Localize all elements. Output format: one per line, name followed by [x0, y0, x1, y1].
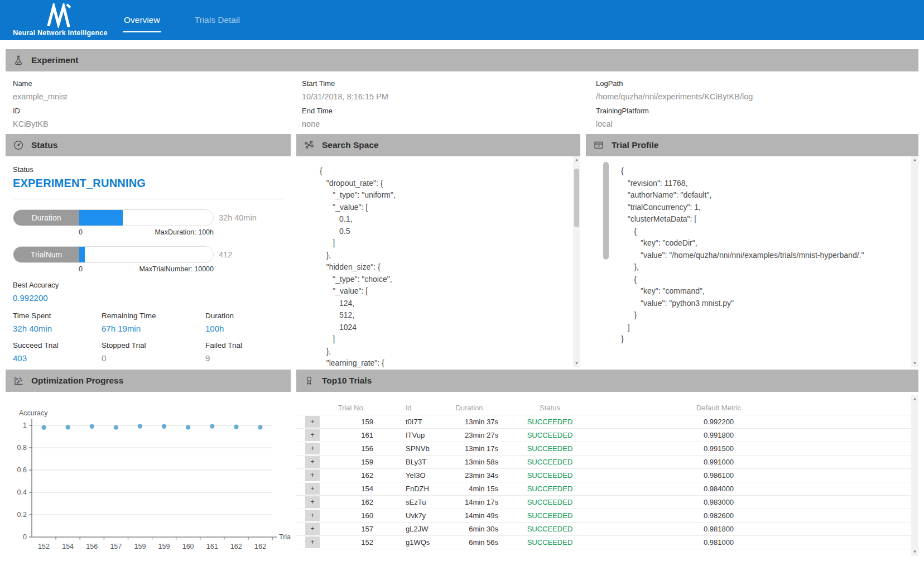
- search-space-body: { "dropout_rate": { "_type": "uniform", …: [296, 156, 580, 367]
- gauge-icon: [13, 140, 24, 151]
- cell-default-metric: 0.981000: [601, 538, 836, 547]
- top10-scrollbar[interactable]: ▲ ▼: [911, 395, 918, 556]
- col-id: Id: [373, 404, 440, 412]
- table-row: +159t0I7T13min 37sSUCCEEDED0.992200: [296, 415, 918, 429]
- cell-duration: 14min 49s: [440, 511, 498, 520]
- scroll-down-icon[interactable]: ▼: [913, 550, 917, 554]
- table-header-row: Trial No. Id Duration Status Default Met…: [296, 401, 918, 415]
- expand-row-button[interactable]: +: [305, 416, 320, 428]
- expand-row-button[interactable]: +: [305, 456, 320, 468]
- start-time-value: 10/31/2018, 8:16:15 PM: [302, 92, 596, 101]
- logpath-value: /home/quzha/nni/experiments/KCiBytKB/log: [596, 92, 924, 101]
- scroll-up-icon[interactable]: ▲: [575, 158, 579, 162]
- svg-text:162: 162: [230, 543, 242, 550]
- status-metric-label: Time Spent: [13, 312, 102, 320]
- duration-bar-label: Duration: [13, 210, 79, 226]
- status-metric: Succeed Trial403: [13, 341, 102, 363]
- end-time-label: End Time: [302, 107, 596, 115]
- search-space-json: { "dropout_rate": { "_type": "uniform", …: [296, 156, 580, 367]
- expand-row-button[interactable]: +: [305, 469, 320, 481]
- svg-text:0: 0: [23, 533, 27, 541]
- expander-cell: +: [296, 456, 330, 468]
- expand-row-button[interactable]: +: [305, 483, 320, 495]
- status-divider: [13, 199, 283, 199]
- svg-text:157: 157: [110, 543, 122, 550]
- start-time-label: Start Time: [302, 79, 596, 88]
- nav-tabs: Overview Trials Detail: [123, 0, 241, 40]
- best-accuracy-label: Best Accuracy: [13, 281, 283, 289]
- svg-text:154: 154: [62, 543, 74, 550]
- table-row: +157gL2JW6min 30sSUCCEEDED0.981800: [296, 523, 918, 536]
- svg-text:Trial: Trial: [279, 533, 291, 541]
- expand-row-button[interactable]: +: [305, 510, 320, 521]
- svg-text:Accuracy: Accuracy: [19, 409, 48, 417]
- col-default-metric: Default Metric: [601, 404, 836, 412]
- col-duration: Duration: [440, 404, 498, 412]
- svg-text:152: 152: [38, 543, 50, 550]
- cell-default-metric: 0.983000: [601, 498, 836, 506]
- scroll-down-icon[interactable]: ▼: [913, 361, 917, 366]
- expand-row-button[interactable]: +: [305, 536, 320, 548]
- cell-duration: 6min 30s: [440, 525, 498, 533]
- cell-status: SUCCEEDED: [498, 498, 601, 506]
- cell-trial-no: 160: [330, 511, 373, 520]
- expander-cell: +: [296, 469, 330, 481]
- max-trialnum-label: MaxTrialNumber: 10000: [139, 265, 214, 273]
- status-metric-label: Remaining Time: [102, 312, 205, 320]
- tab-overview[interactable]: Overview: [123, 13, 161, 27]
- status-metric: Failed Trial9: [205, 341, 283, 363]
- table-row: +154FnDZH4min 15sSUCCEEDED0.984000: [296, 482, 918, 496]
- trialnum-value: 412: [219, 250, 232, 259]
- cell-duration: 6min 56s: [440, 538, 498, 547]
- trial-profile-title: Trial Profile: [612, 140, 658, 150]
- cell-id: SPNVb: [373, 444, 440, 453]
- table-rows: +159t0I7T13min 37sSUCCEEDED0.992200+161I…: [296, 415, 918, 549]
- medal-icon: [304, 375, 315, 386]
- expand-row-button[interactable]: +: [305, 429, 320, 441]
- search-space-header: Search Space: [296, 134, 580, 156]
- experiment-title: Experiment: [31, 55, 78, 65]
- expand-row-button[interactable]: +: [305, 443, 320, 454]
- search-space-panel: Search Space { "dropout_rate": { "_type"…: [296, 134, 580, 367]
- cell-default-metric: 0.986100: [601, 471, 836, 480]
- col-trial-no: Trial No.: [330, 404, 373, 412]
- cell-trial-no: 161: [330, 431, 373, 439]
- expander-cell: +: [296, 416, 330, 428]
- status-metric-label: Failed Trial: [205, 341, 283, 349]
- trial-profile-json: { "revision": 11768, "authorName": "defa…: [586, 156, 918, 346]
- status-panel: Status Status EXPERIMENT_RUNNING Duratio…: [6, 134, 291, 367]
- duration-progress-fill: [79, 210, 123, 226]
- svg-text:162: 162: [254, 543, 266, 550]
- duration-min: 0: [79, 228, 83, 236]
- trial-profile-scroll-thumb[interactable]: [603, 162, 609, 260]
- id-value: KCiBytKB: [13, 119, 302, 128]
- svg-text:161: 161: [206, 543, 218, 550]
- svg-text:159: 159: [158, 543, 170, 550]
- status-metric-label: Succeed Trial: [13, 341, 102, 349]
- table-row: +162YeI3O23min 34sSUCCEEDED0.986100: [296, 469, 918, 482]
- scroll-down-icon[interactable]: ▼: [575, 361, 579, 366]
- expand-row-button[interactable]: +: [305, 523, 320, 535]
- trialnum-progress: TrialNum 412: [13, 246, 283, 263]
- trial-profile-scrollbar[interactable]: ▲ ▼: [911, 156, 918, 367]
- top10-trials-header: Top10 Trials: [296, 370, 918, 392]
- expand-row-button[interactable]: +: [305, 496, 320, 508]
- table-row: +156SPNVb13min 17sSUCCEEDED0.991500: [296, 442, 918, 456]
- scroll-up-icon[interactable]: ▲: [913, 397, 917, 401]
- id-label: ID: [13, 107, 302, 115]
- status-metric: Time Spent32h 40min: [13, 312, 102, 333]
- cell-default-metric: 0.982600: [601, 511, 836, 520]
- search-space-scroll-thumb[interactable]: [574, 169, 579, 227]
- status-metric: Stopped Trial0: [102, 341, 205, 363]
- training-platform-value: local: [596, 119, 924, 128]
- cell-duration: 13min 17s: [440, 444, 498, 453]
- table-row: +161ITVup23min 27sSUCCEEDED0.991800: [296, 429, 918, 442]
- scroll-up-icon[interactable]: ▲: [913, 158, 917, 162]
- flask-icon: [13, 55, 24, 66]
- cell-status: SUCCEEDED: [498, 525, 601, 533]
- status-metric: Remaining Time67h 19min: [102, 312, 205, 333]
- svg-text:1: 1: [23, 421, 27, 429]
- table-row: +159BLy3T13min 58sSUCCEEDED0.991000: [296, 456, 918, 469]
- expander-cell: +: [296, 483, 330, 495]
- tab-trials-detail[interactable]: Trials Detail: [194, 13, 241, 27]
